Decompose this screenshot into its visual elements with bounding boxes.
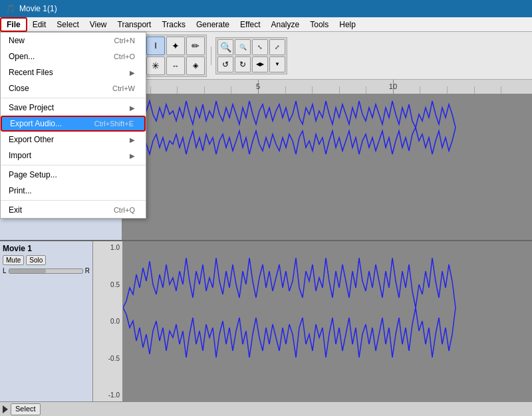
btn-zoom-fit[interactable]: ⤡ (252, 39, 268, 55)
tools-group: I ✦ ✏ ✳ ↔ ◈ (144, 35, 207, 77)
menu-bar: File Edit Select View Transport Tracks G… (0, 17, 532, 32)
btn-zoom-out[interactable]: 🔍 (235, 39, 251, 55)
waveform-area-2[interactable] (123, 241, 532, 401)
zoom-group: 🔍 🔍 ⤡ ⤢ ↺ ↻ ◀▶ ▼ (215, 37, 287, 74)
menu-analyze[interactable]: Analyze (266, 17, 305, 32)
menu-exit[interactable]: Exit Ctrl+Q (1, 202, 146, 218)
title-icon: 🎵 (5, 4, 15, 13)
menu-transport[interactable]: Transport (112, 17, 157, 32)
svg-rect-1 (123, 241, 532, 401)
scale-minus0.5: -0.5 (108, 355, 120, 362)
tool-timeshift[interactable]: ↔ (166, 56, 185, 75)
toolbar-sep-2 (211, 47, 211, 65)
tool-cursor[interactable]: I (146, 37, 165, 55)
menu-import-label: Import (9, 151, 31, 160)
btn-redo-zoom[interactable]: ↻ (235, 56, 251, 72)
scale-0.0: 0.0 (110, 318, 120, 325)
tool-envelope[interactable]: ✦ (166, 37, 185, 55)
menu-exit-label: Exit (9, 205, 22, 215)
menu-close[interactable]: Close Ctrl+W (1, 80, 146, 96)
menu-tools[interactable]: Tools (305, 17, 334, 32)
ruler-minor-11 (474, 86, 475, 94)
btn-zoom-sel[interactable]: ⤢ (269, 39, 285, 55)
menu-new-shortcut: Ctrl+N (114, 37, 135, 45)
ruler-label-5: 5 (256, 82, 260, 90)
ruler-minor-4 (231, 86, 231, 94)
menu-export-audio-label: Export Audio... (10, 119, 62, 128)
ruler-minor-12 (501, 86, 501, 94)
menu-open-label: Open... (9, 52, 35, 61)
svg-rect-0 (123, 94, 532, 240)
ruler-minor-3 (204, 86, 205, 94)
separator-1 (1, 98, 146, 98)
tool-draw[interactable]: ✏ (186, 37, 205, 55)
menu-recent-files[interactable]: Recent Files ▶ (1, 64, 146, 80)
menu-select[interactable]: Select (51, 17, 84, 32)
menu-generate[interactable]: Generate (191, 17, 235, 32)
track-solo-2[interactable]: Solo (26, 255, 46, 265)
waveform-display-1[interactable] (123, 94, 532, 240)
menu-export-audio-shortcut: Ctrl+Shift+E (94, 120, 134, 128)
btn-undo-zoom[interactable]: ↺ (217, 56, 233, 72)
btn-zoom-normal[interactable]: ◀▶ (252, 56, 268, 72)
menu-close-shortcut: Ctrl+W (112, 84, 135, 92)
ruler-minor-6 (312, 86, 313, 94)
menu-import-arrow: ▶ (130, 152, 135, 159)
menu-save-project-label: Save Project (9, 103, 54, 112)
waveform-svg-2 (123, 241, 532, 401)
waveform-area-1: 5 10 (123, 80, 532, 240)
menu-effect[interactable]: Effect (235, 17, 265, 32)
tool-zoom[interactable]: ✳ (146, 56, 165, 75)
menu-exit-shortcut: Ctrl+Q (114, 206, 135, 214)
separator-2 (1, 165, 146, 165)
menu-new[interactable]: New Ctrl+N (1, 33, 146, 49)
status-arrow[interactable] (3, 405, 8, 413)
ruler: 5 10 (123, 80, 532, 94)
menu-recent-arrow: ▶ (130, 69, 135, 76)
track-header-2: Movie 1 Mute Solo L R (0, 241, 93, 401)
menu-close-label: Close (9, 84, 29, 93)
menu-new-label: New (9, 36, 25, 45)
ruler-minor-2 (177, 86, 178, 94)
menu-save-project[interactable]: Save Project ▶ (1, 100, 146, 116)
menu-export-audio[interactable]: Export Audio... Ctrl+Shift+E (1, 116, 146, 132)
ruler-minor-10 (447, 86, 448, 94)
track-gain-label-2: L (3, 267, 7, 274)
track-pan-label-2: R (85, 267, 90, 274)
ruler-minor-1 (150, 86, 151, 94)
select-button[interactable]: Select (11, 403, 41, 415)
tool-multitool[interactable]: ◈ (186, 56, 205, 75)
menu-edit[interactable]: Edit (27, 17, 52, 32)
menu-export-other-label: Export Other (9, 135, 54, 144)
menu-open[interactable]: Open... Ctrl+O (1, 49, 146, 64)
scale-1.0: 1.0 (110, 244, 120, 251)
menu-page-setup-label: Page Setup... (9, 170, 57, 179)
menu-print-label: Print... (9, 186, 32, 195)
menu-view[interactable]: View (84, 17, 112, 32)
btn-zoom-in[interactable]: 🔍 (217, 39, 233, 55)
title-bar: 🎵 Movie 1(1) (0, 0, 532, 17)
menu-tracks[interactable]: Tracks (156, 17, 191, 32)
separator-3 (1, 200, 146, 201)
menu-import[interactable]: Import ▶ (1, 148, 146, 163)
menu-export-other[interactable]: Export Other ▶ (1, 132, 146, 148)
track-name-2: Movie 1 (3, 244, 90, 253)
menu-print[interactable]: Print... (1, 183, 146, 199)
menu-save-project-arrow: ▶ (130, 104, 135, 112)
window-title: Movie 1(1) (19, 4, 57, 13)
menu-help[interactable]: Help (334, 17, 361, 32)
waveform-svg-1 (123, 94, 532, 240)
amplitude-scale: 1.0 0.5 0.0 -0.5 -1.0 (93, 241, 123, 401)
second-track-row: Movie 1 Mute Solo L R 1.0 0.5 0.0 -0.5 -… (0, 241, 532, 401)
ruler-minor-9 (420, 86, 420, 94)
menu-export-other-arrow: ▶ (130, 136, 135, 144)
file-dropdown: New Ctrl+N Open... Ctrl+O Recent Files ▶… (0, 32, 146, 219)
ruler-minor-8 (366, 86, 366, 94)
track-mute-2[interactable]: Mute (3, 255, 24, 265)
ruler-label-10: 10 (389, 82, 397, 90)
menu-page-setup[interactable]: Page Setup... (1, 167, 146, 183)
btn-zoom-extra[interactable]: ▼ (269, 56, 285, 72)
menu-file[interactable]: File (0, 17, 27, 32)
scale-0.5: 0.5 (110, 281, 120, 288)
status-bar: Select (0, 401, 532, 416)
